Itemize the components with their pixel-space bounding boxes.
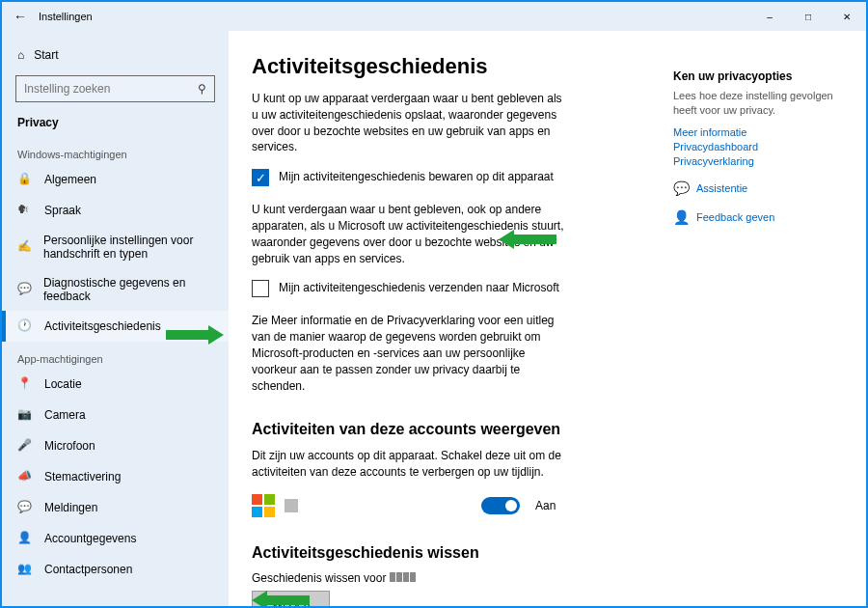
link-privacy-statement[interactable]: Privacyverklaring xyxy=(673,155,837,167)
lock-icon: 🔒 xyxy=(17,172,33,187)
nav-stemactivering[interactable]: 📣Stemactivering xyxy=(2,461,229,492)
microsoft-logo-icon xyxy=(252,494,275,517)
window-title: Instellingen xyxy=(39,11,93,22)
toggle-state-label: Aan xyxy=(535,499,556,512)
description-2: U kunt verdergaan waar u bent gebleven, … xyxy=(252,202,570,266)
search-icon: ⚲ xyxy=(198,82,206,96)
search-input[interactable] xyxy=(24,82,198,96)
current-category: Privacy xyxy=(2,108,229,137)
location-icon: 📍 xyxy=(17,376,33,392)
account-name-redacted xyxy=(285,499,298,512)
annotation-arrow-3 xyxy=(341,594,399,606)
back-button[interactable]: ← xyxy=(14,9,27,24)
contacts-icon: 👥 xyxy=(17,562,33,577)
account-icon: 👤 xyxy=(17,531,33,546)
checkbox-1[interactable]: ✓ xyxy=(252,169,269,186)
sidebar: ⌂ Start ⚲ Privacy Windows-machtigingen 🔒… xyxy=(2,31,229,606)
subheading-clear: Activiteitsgeschiedenis wissen xyxy=(252,544,843,562)
help-icon: 💬 xyxy=(673,180,689,196)
nav-locatie[interactable]: 📍Locatie xyxy=(2,369,229,400)
nav-spraak[interactable]: 🗣Spraak xyxy=(2,195,229,226)
activity-icon: 🕐 xyxy=(17,318,33,334)
nav-diagnostics[interactable]: 💬Diagnostische gegevens en feedback xyxy=(2,268,229,311)
privacy-options-heading: Ken uw privacyopties xyxy=(673,69,837,83)
feedback-icon: 💬 xyxy=(17,282,32,297)
speech-icon: 🗣 xyxy=(17,203,33,218)
home-button[interactable]: ⌂ Start xyxy=(2,41,229,69)
checkbox-2[interactable] xyxy=(252,280,269,297)
help-assistentie[interactable]: 💬Assistentie xyxy=(673,180,837,196)
feedback-person-icon: 👤 xyxy=(673,209,689,225)
minimize-button[interactable]: – xyxy=(750,2,789,31)
nav-meldingen[interactable]: 💬Meldingen xyxy=(2,492,229,523)
clear-button[interactable]: Wissen xyxy=(252,591,330,606)
accounts-description: Dit zijn uw accounts op dit apparaat. Sc… xyxy=(252,448,570,481)
nav-handschrift[interactable]: ✍Persoonlijke instellingen voor handschr… xyxy=(2,226,229,268)
home-label: Start xyxy=(34,48,58,62)
titlebar: ← Instellingen – □ ✕ xyxy=(2,2,866,31)
link-privacy-dashboard[interactable]: Privacydashboard xyxy=(673,141,837,152)
search-box[interactable]: ⚲ xyxy=(15,75,215,102)
notifications-icon: 💬 xyxy=(17,500,33,515)
checkbox-send-microsoft[interactable]: Mijn activiteitengeschiedenis verzenden … xyxy=(252,280,843,297)
nav-accountgegevens[interactable]: 👤Accountgegevens xyxy=(2,523,229,554)
account-redacted xyxy=(390,571,417,585)
description-3: Zie Meer informatie en de Privacyverklar… xyxy=(252,313,570,394)
description-1: U kunt op uw apparaat verdergaan waar u … xyxy=(252,91,570,155)
camera-icon: 📷 xyxy=(17,407,33,423)
voice-activation-icon: 📣 xyxy=(17,469,33,484)
ink-icon: ✍ xyxy=(17,239,32,255)
maximize-button[interactable]: □ xyxy=(789,2,827,31)
microphone-icon: 🎤 xyxy=(17,438,33,454)
checkbox-2-label: Mijn activiteitengeschiedenis verzenden … xyxy=(279,280,559,294)
right-info-column: Ken uw privacyopties Lees hoe deze inste… xyxy=(673,69,837,225)
subheading-accounts: Activiteiten van deze accounts weergeven xyxy=(252,421,843,438)
link-more-info[interactable]: Meer informatie xyxy=(673,126,837,138)
privacy-options-desc: Lees hoe deze instelling gevolgen heeft … xyxy=(673,89,837,119)
nav-algemeen[interactable]: 🔒Algemeen xyxy=(2,164,229,195)
account-toggle[interactable] xyxy=(481,497,520,514)
section-label-windows: Windows-machtigingen xyxy=(2,137,229,164)
close-button[interactable]: ✕ xyxy=(827,2,866,31)
clear-label-row: Geschiedenis wissen voor xyxy=(252,571,843,585)
home-icon: ⌂ xyxy=(17,48,24,62)
help-feedback[interactable]: 👤Feedback geven xyxy=(673,209,837,225)
nav-microfoon[interactable]: 🎤Microfoon xyxy=(2,430,229,461)
nav-contactpersonen[interactable]: 👥Contactpersonen xyxy=(2,554,229,585)
section-label-apps: App-machtigingen xyxy=(2,342,229,369)
nav-activiteitsgeschiedenis[interactable]: 🕐Activiteitsgeschiedenis xyxy=(2,311,229,342)
nav-camera[interactable]: 📷Camera xyxy=(2,400,229,430)
checkbox-1-label: Mijn activiteitengeschiedenis bewaren op… xyxy=(279,169,554,183)
